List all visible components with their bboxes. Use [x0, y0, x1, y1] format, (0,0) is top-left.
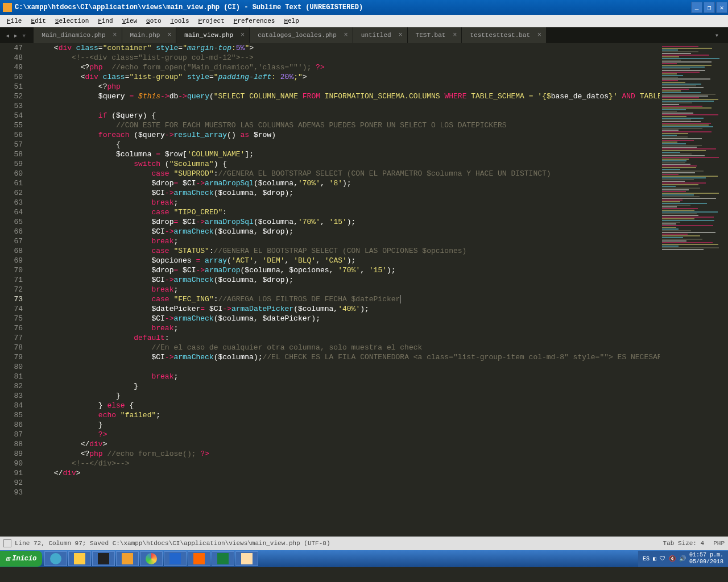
tab-close-icon[interactable]: ×	[398, 31, 402, 39]
tab-close-icon[interactable]: ×	[344, 31, 348, 39]
taskbar-xampp-icon[interactable]	[188, 551, 210, 566]
tab-catalogos_locales-php[interactable]: catalogos_locales.php×	[250, 27, 353, 43]
tab-Main-php[interactable]: Main.php×	[122, 27, 176, 43]
tab-row: ◂ ▸ ▾ Main_dinamico.php×Main.php×main_vi…	[0, 27, 728, 43]
tab-testtesttest-bat[interactable]: testtesttest.bat×	[462, 27, 546, 43]
code-editor[interactable]: <div class="container" style="margin-top…	[27, 43, 660, 537]
menu-bar: FileEditSelectionFindViewGotoToolsProjec…	[0, 15, 728, 27]
tab-TEST-bat[interactable]: TEST.bat×	[408, 27, 462, 43]
menu-preferences[interactable]: Preferences	[229, 16, 280, 26]
close-button[interactable]: ✕	[716, 2, 727, 13]
menu-selection[interactable]: Selection	[51, 16, 93, 26]
minimize-button[interactable]: _	[691, 2, 702, 13]
taskbar-chrome-icon[interactable]	[140, 551, 163, 566]
window-title: C:\xampp\htdocs\CI\application\views\mai…	[15, 3, 690, 11]
menu-help[interactable]: Help	[279, 16, 303, 26]
tray-language[interactable]: ES	[643, 556, 650, 562]
taskbar-explorer-icon[interactable]	[68, 551, 91, 566]
tray-shield-icon[interactable]: 🛡	[660, 555, 665, 562]
menu-file[interactable]: File	[2, 16, 26, 26]
app-icon	[3, 3, 12, 12]
status-language[interactable]: PHP	[713, 540, 725, 547]
taskbar-cmd-icon[interactable]	[92, 551, 115, 566]
status-icon[interactable]	[3, 539, 11, 547]
taskbar-sublime-icon[interactable]	[116, 551, 139, 566]
system-tray[interactable]: ES ◧ 🛡 🔇 🔊 01:57 p.m. 05/09/2018	[638, 551, 728, 567]
tab-close-icon[interactable]: ×	[453, 31, 457, 39]
tray-clock[interactable]: 01:57 p.m. 05/09/2018	[689, 552, 723, 566]
tab-close-icon[interactable]: ×	[241, 31, 245, 39]
taskbar-putty-icon[interactable]	[164, 551, 187, 566]
tab-untitled[interactable]: untitled×	[353, 27, 407, 43]
menu-view[interactable]: View	[118, 16, 142, 26]
nav-back-icon[interactable]: ◂	[5, 31, 10, 40]
menu-goto[interactable]: Goto	[142, 16, 166, 26]
line-number-gutter[interactable]: 4748495051525354555657585960616263646566…	[0, 43, 27, 537]
nav-down-icon[interactable]: ▾	[22, 31, 26, 40]
menu-edit[interactable]: Edit	[26, 16, 50, 26]
status-bar: Line 72, Column 97; Saved C:\xampp\htdoc…	[0, 537, 728, 550]
status-tabsize[interactable]: Tab Size: 4	[663, 540, 705, 547]
tab-main_view-php[interactable]: main_view.php×	[176, 27, 249, 43]
taskbar-paint-icon[interactable]	[235, 551, 258, 566]
maximize-button[interactable]: ❐	[704, 2, 715, 13]
menu-find[interactable]: Find	[93, 16, 117, 26]
new-tab-button[interactable]: ▾	[709, 31, 725, 40]
start-button[interactable]: ⊞Inicio	[0, 551, 42, 567]
taskbar-excel-icon[interactable]	[212, 551, 234, 566]
window-titlebar: C:\xampp\htdocs\CI\application\views\mai…	[0, 0, 728, 15]
menu-project[interactable]: Project	[194, 16, 229, 26]
taskbar-ie-icon[interactable]	[44, 551, 67, 566]
menu-tools[interactable]: Tools	[166, 16, 194, 26]
tab-Main_dinamico-php[interactable]: Main_dinamico.php×	[34, 27, 121, 43]
tab-close-icon[interactable]: ×	[537, 31, 541, 39]
tab-close-icon[interactable]: ×	[167, 31, 171, 39]
windows-taskbar: ⊞Inicio ES ◧ 🛡 🔇 🔊 01:57 p.m. 05/09/2018	[0, 550, 728, 567]
nav-fwd-icon[interactable]: ▸	[13, 31, 18, 40]
tray-volume-icon[interactable]: 🔊	[679, 555, 686, 562]
tray-speaker-icon[interactable]: 🔇	[669, 555, 676, 562]
tray-network-icon[interactable]: ◧	[653, 555, 656, 562]
tab-close-icon[interactable]: ×	[113, 31, 117, 39]
minimap[interactable]	[660, 43, 728, 537]
status-text: Line 72, Column 97; Saved C:\xampp\htdoc…	[15, 540, 663, 547]
